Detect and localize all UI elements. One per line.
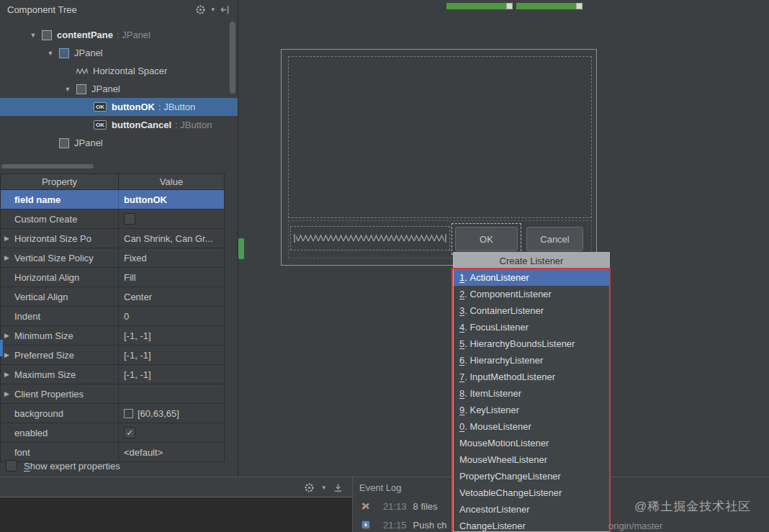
- listener-item-vetoablechangelistener[interactable]: VetoableChangeListener: [454, 484, 609, 501]
- tree-item-buttonok[interactable]: OKbuttonOK: JButton: [0, 98, 238, 116]
- listener-item-mouselistener[interactable]: 0. MouseListener: [454, 418, 609, 435]
- popup-title: Create Listener: [454, 253, 609, 269]
- property-value-text: Fill: [124, 272, 136, 283]
- listener-item-componentlistener[interactable]: 2. ComponentListener: [454, 286, 609, 302]
- tree-expand-icon[interactable]: ▼: [42, 50, 59, 57]
- property-value[interactable]: [60,63,65]: [119, 404, 224, 423]
- checkbox-unchecked-icon[interactable]: [6, 460, 17, 472]
- expert-properties-label: Show expert properties: [24, 461, 120, 472]
- tree-item-label: contentPane: [57, 30, 113, 40]
- property-row-vertical-size-policy[interactable]: ▶Vertical Size PolicyFixed: [1, 248, 224, 268]
- property-table-header: Property Value: [1, 174, 224, 190]
- property-value[interactable]: [119, 209, 224, 228]
- event-log-title[interactable]: Event Log: [359, 482, 402, 493]
- design-ok-button[interactable]: OK: [455, 227, 518, 251]
- listener-item-itemlistener[interactable]: 8. ItemListener: [454, 385, 609, 402]
- property-row-background[interactable]: background[60,63,65]: [1, 404, 224, 423]
- expert-properties-toggle[interactable]: Show expert properties: [6, 460, 120, 472]
- property-rows: field namebuttonOKCustom Create▶Horizont…: [1, 190, 224, 461]
- property-value[interactable]: [119, 384, 224, 403]
- tree-item-jpanel[interactable]: ▼JPanel: [0, 80, 238, 98]
- event-timestamp: 21:13: [383, 501, 407, 512]
- scrollbar-thumb[interactable]: [1, 164, 94, 168]
- property-row-horizontal-align[interactable]: Horizontal AlignFill: [1, 268, 224, 287]
- green-indicator-handle[interactable]: [506, 3, 513, 9]
- property-value[interactable]: [-1, -1]: [119, 365, 224, 384]
- property-value-text: [-1, -1]: [124, 330, 151, 341]
- property-value[interactable]: [-1, -1]: [119, 346, 224, 364]
- property-row-font[interactable]: font<default>: [1, 443, 224, 461]
- property-value[interactable]: 0: [119, 307, 224, 325]
- property-expand-icon[interactable]: ▶: [4, 371, 14, 378]
- listener-item-ancestorlistener[interactable]: AncestorListener: [454, 501, 609, 518]
- property-value[interactable]: <default>: [119, 443, 224, 461]
- create-listener-popup: Create Listener 1. ActionListener2. Comp…: [453, 252, 610, 532]
- property-expand-icon[interactable]: ▶: [4, 235, 14, 242]
- tree-expand-icon[interactable]: ▼: [59, 86, 76, 93]
- scrollbar-thumb[interactable]: [230, 22, 235, 94]
- property-column-header[interactable]: Property: [1, 174, 119, 189]
- tree-vertical-scrollbar[interactable]: [229, 20, 236, 163]
- property-value-text: <default>: [124, 447, 163, 458]
- value-column-header[interactable]: Value: [119, 174, 224, 189]
- property-name: Indent: [14, 311, 40, 322]
- property-row-field-name[interactable]: field namebuttonOK: [1, 190, 224, 209]
- property-row-client-properties[interactable]: ▶Client Properties: [1, 384, 224, 404]
- property-row-preferred-size[interactable]: ▶Preferred Size[-1, -1]: [1, 346, 224, 365]
- property-row-vertical-align[interactable]: Vertical AlignCenter: [1, 287, 224, 307]
- design-cancel-button[interactable]: Cancel: [526, 227, 583, 251]
- gear-icon[interactable]: [304, 482, 315, 493]
- listener-item-hierarchylistener[interactable]: 6. HierarchyListener: [454, 352, 609, 369]
- property-value-text: Fixed: [124, 253, 147, 263]
- tree-item-contentpane[interactable]: ▼contentPane: JPanel: [0, 26, 238, 44]
- splitter-green-marker[interactable]: [238, 238, 244, 259]
- property-value[interactable]: Center: [119, 287, 224, 306]
- property-row-maximum-size[interactable]: ▶Maximum Size[-1, -1]: [1, 365, 224, 384]
- listener-list: 1. ActionListener2. ComponentListener3. …: [454, 269, 609, 532]
- listener-item-keylistener[interactable]: 9. KeyListener: [454, 402, 609, 418]
- property-value[interactable]: ✓: [119, 423, 224, 442]
- property-row-indent[interactable]: Indent0: [1, 307, 224, 326]
- tree-expand-icon[interactable]: ▼: [24, 32, 42, 39]
- tree-item-type: : JButton: [158, 102, 195, 112]
- listener-item-hierarchyboundslistener[interactable]: 5. HierarchyBoundsListener: [454, 335, 609, 352]
- listener-item-actionlistener[interactable]: 1. ActionListener: [454, 269, 609, 286]
- tree-item-buttoncancel[interactable]: OKbuttonCancel: JButton: [0, 116, 238, 134]
- property-row-enabled[interactable]: enabled✓: [1, 423, 224, 443]
- tree-horizontal-scrollbar[interactable]: [0, 163, 225, 169]
- property-value[interactable]: Fill: [119, 268, 224, 287]
- checkbox-unchecked-icon[interactable]: [124, 213, 135, 225]
- property-expand-icon[interactable]: ▶: [4, 332, 14, 339]
- listener-item-propertychangelistener[interactable]: PropertyChangeListener: [454, 468, 609, 484]
- listener-item-mousewheellistener[interactable]: MouseWheelListener: [454, 451, 609, 468]
- jbutton-icon: OK: [94, 120, 107, 130]
- listener-item-mousemotionlistener[interactable]: MouseMotionListener: [454, 435, 609, 451]
- gear-icon[interactable]: [195, 4, 206, 15]
- design-horizontal-spacer[interactable]: [290, 226, 450, 251]
- scroll-from-source-icon[interactable]: [220, 4, 230, 15]
- property-value[interactable]: Fixed: [119, 248, 224, 267]
- property-row-minimum-size[interactable]: ▶Minimum Size[-1, -1]: [1, 326, 224, 346]
- checkbox-checked-icon[interactable]: ✓: [124, 427, 135, 438]
- property-value[interactable]: [-1, -1]: [119, 326, 224, 345]
- listener-item-changelistener[interactable]: ChangeListener: [454, 518, 609, 532]
- listener-item-focuslistener[interactable]: 4. FocusListener: [454, 319, 609, 335]
- property-expand-icon[interactable]: ▶: [4, 390, 14, 397]
- property-value[interactable]: buttonOK: [119, 190, 224, 209]
- tree-item-horizontal spacer[interactable]: Horizontal Spacer: [0, 62, 238, 80]
- property-value-text: Center: [124, 292, 152, 302]
- property-row-horizontal-size-po[interactable]: ▶Horizontal Size PoCan Shrink, Can Gr...: [1, 229, 224, 248]
- listener-item-inputmethodlistener[interactable]: 7. InputMethodListener: [454, 369, 609, 385]
- property-expand-icon[interactable]: ▶: [4, 254, 14, 261]
- property-row-custom-create[interactable]: Custom Create: [1, 209, 224, 229]
- listener-item-containerlistener[interactable]: 3. ContainerListener: [454, 302, 609, 319]
- download-icon[interactable]: [333, 482, 343, 493]
- property-value[interactable]: Can Shrink, Can Gr...: [119, 229, 224, 248]
- tree-item-jpanel[interactable]: ▼JPanel: [0, 44, 238, 62]
- green-indicator-handle[interactable]: [576, 3, 583, 9]
- tree-item-jpanel[interactable]: JPanel: [0, 134, 238, 152]
- design-content-panel[interactable]: [288, 56, 592, 218]
- git-branch-label[interactable]: origin/master: [608, 520, 662, 531]
- property-expand-icon[interactable]: ▶: [4, 351, 14, 359]
- property-name: Preferred Size: [14, 350, 74, 361]
